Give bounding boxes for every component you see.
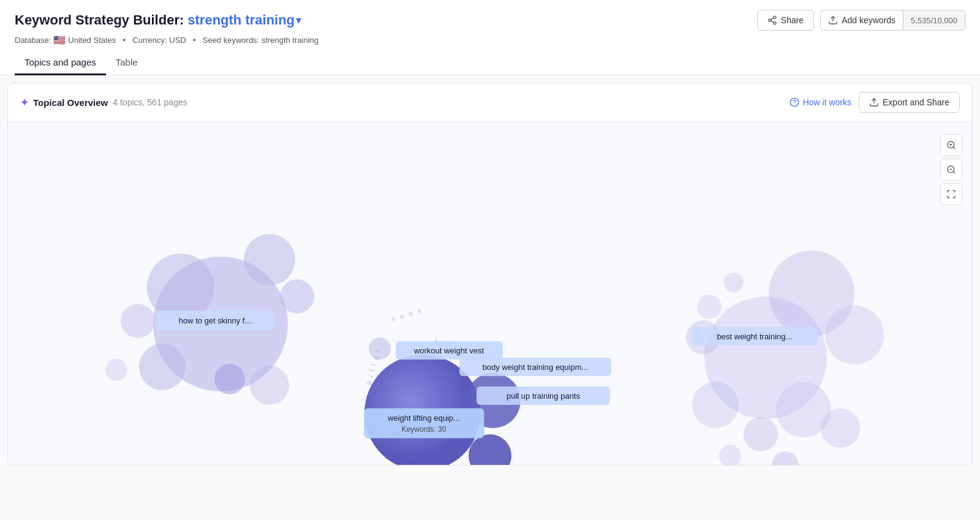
svg-point-39 bbox=[772, 451, 799, 465]
svg-point-38 bbox=[821, 409, 860, 448]
tabs-bar: Topics and pages Table bbox=[15, 51, 965, 75]
sparkle-icon: ✦ bbox=[20, 97, 28, 108]
share-label: Share bbox=[781, 15, 804, 25]
svg-point-15 bbox=[214, 364, 245, 394]
zoom-controls bbox=[940, 134, 962, 205]
how-it-works-label: How it works bbox=[803, 97, 851, 107]
title-section: Keyword Strategy Builder: strength train… bbox=[15, 12, 301, 28]
export-icon bbox=[869, 97, 879, 107]
topical-stats: 4 topics, 561 pages bbox=[113, 97, 187, 107]
workout-vest-label: workout weight vest bbox=[413, 346, 484, 355]
pull-up-label: pull up training pants bbox=[507, 391, 580, 401]
export-label: Export and Share bbox=[883, 97, 949, 107]
svg-point-44 bbox=[724, 273, 744, 292]
page-title-prefix: Keyword Strategy Builder: bbox=[15, 12, 184, 28]
keywords-count-label: Keywords: 30 bbox=[402, 425, 447, 434]
keyword-title[interactable]: strength training bbox=[187, 12, 295, 28]
seed-keywords-label: Seed keywords: strength training bbox=[203, 36, 318, 45]
add-keywords-label-section[interactable]: Add keywords bbox=[821, 10, 903, 30]
svg-line-52 bbox=[953, 171, 955, 173]
topical-actions: How it works Export and Share bbox=[790, 92, 960, 113]
svg-point-43 bbox=[697, 295, 722, 319]
zoom-in-icon bbox=[946, 140, 956, 150]
svg-line-4 bbox=[771, 18, 774, 20]
left-cluster-label: how to get skinny f... bbox=[179, 316, 252, 325]
bubbles-svg: how to get skinny f... topic s u b s p i… bbox=[8, 122, 972, 465]
fit-icon bbox=[946, 189, 956, 199]
svg-point-22 bbox=[469, 434, 511, 465]
upload-icon bbox=[828, 15, 838, 25]
tab-topics-pages[interactable]: Topics and pages bbox=[15, 51, 106, 75]
separator2: • bbox=[189, 36, 200, 45]
database-label: Database: bbox=[15, 36, 51, 45]
topical-title-section: ✦ Topical Overview 4 topics, 561 pages bbox=[20, 97, 187, 108]
weight-lifting-label: weight lifting equip... bbox=[387, 413, 460, 423]
help-circle-icon bbox=[790, 97, 799, 107]
keywords-count: 5,535/10,000 bbox=[903, 11, 965, 30]
separator1: • bbox=[118, 36, 130, 45]
body-weight-label: body weight training equipm... bbox=[483, 363, 589, 372]
tab-table[interactable]: Table bbox=[106, 51, 148, 75]
svg-point-2 bbox=[774, 22, 776, 24]
main-content: ✦ Topical Overview 4 topics, 561 pages H… bbox=[7, 83, 973, 465]
database-value: United States bbox=[68, 36, 116, 45]
svg-point-13 bbox=[121, 304, 155, 338]
zoom-in-button[interactable] bbox=[940, 134, 962, 156]
add-keywords-label: Add keywords bbox=[842, 15, 895, 25]
topical-title-text: Topical Overview bbox=[33, 97, 108, 108]
page-header: Keyword Strategy Builder: strength train… bbox=[0, 0, 980, 75]
svg-point-17 bbox=[105, 359, 127, 381]
svg-point-0 bbox=[774, 16, 776, 18]
svg-point-14 bbox=[139, 344, 186, 390]
svg-point-40 bbox=[719, 445, 741, 465]
svg-point-11 bbox=[244, 234, 295, 285]
flag-icon: 🇺🇸 bbox=[53, 34, 66, 46]
zoom-out-button[interactable] bbox=[940, 159, 962, 181]
fit-screen-button[interactable] bbox=[940, 183, 962, 205]
svg-point-1 bbox=[769, 19, 771, 21]
export-share-button[interactable]: Export and Share bbox=[859, 92, 960, 113]
share-button[interactable]: Share bbox=[757, 10, 814, 31]
header-actions: Share Add keywords 5,535/10,000 bbox=[757, 10, 965, 31]
currency-label: Currency: USD bbox=[132, 36, 186, 45]
svg-line-48 bbox=[953, 147, 955, 149]
svg-line-3 bbox=[771, 21, 774, 23]
bubble-visualization: how to get skinny f... topic s u b s p i… bbox=[8, 122, 972, 465]
svg-point-34 bbox=[825, 306, 884, 364]
svg-text:s u b s: s u b s bbox=[390, 307, 424, 322]
svg-point-16 bbox=[250, 366, 289, 405]
how-it-works-button[interactable]: How it works bbox=[790, 97, 851, 107]
svg-point-12 bbox=[280, 279, 314, 314]
zoom-out-icon bbox=[946, 165, 956, 175]
share-icon bbox=[767, 15, 777, 25]
svg-point-35 bbox=[692, 382, 739, 428]
keyword-dropdown-icon[interactable]: ▾ bbox=[296, 13, 301, 27]
svg-point-36 bbox=[744, 417, 778, 451]
page-subtitle: Database: 🇺🇸 United States • Currency: U… bbox=[15, 34, 965, 46]
add-keywords-button[interactable]: Add keywords 5,535/10,000 bbox=[820, 10, 965, 31]
best-weight-training-label: best weight training... bbox=[717, 332, 793, 341]
topical-overview-header: ✦ Topical Overview 4 topics, 561 pages H… bbox=[8, 83, 972, 122]
